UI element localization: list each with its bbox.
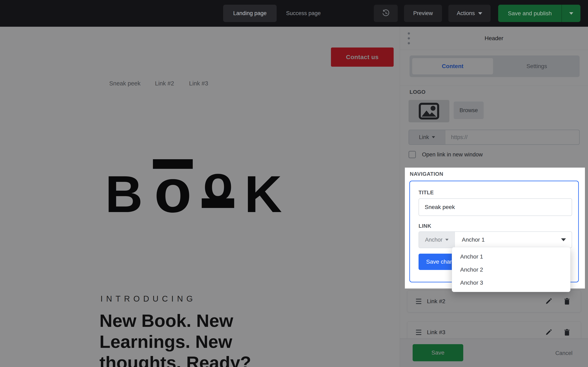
tab-success-page[interactable]: Success page <box>277 5 330 22</box>
anchor-type-dropdown[interactable]: Anchor <box>419 232 455 248</box>
link-field-label: LINK <box>419 223 432 229</box>
chevron-down-icon <box>478 12 482 15</box>
anchor-type-label: Anchor <box>425 237 443 243</box>
navigation-section-label: NAVIGATION <box>410 171 443 177</box>
title-input[interactable] <box>419 198 572 216</box>
chevron-down-icon <box>569 12 573 15</box>
history-button[interactable] <box>374 5 398 22</box>
actions-button[interactable]: Actions <box>448 5 491 22</box>
chevron-down-icon <box>445 239 449 241</box>
tab-landing-page-label: Landing page <box>233 10 267 17</box>
save-and-publish-label: Save and publish <box>508 10 552 17</box>
anchor-option-3[interactable]: Anchor 3 <box>452 276 570 289</box>
anchor-option-2[interactable]: Anchor 2 <box>452 263 570 276</box>
top-toolbar: Landing page Success page Preview Action… <box>0 0 588 27</box>
anchor-option-1[interactable]: Anchor 1 <box>452 250 570 263</box>
save-and-publish-split-button: Save and publish <box>498 5 580 22</box>
history-icon <box>381 9 390 18</box>
save-and-publish-button[interactable]: Save and publish <box>498 5 562 22</box>
link-target-control: Anchor Anchor 1 <box>419 231 572 248</box>
tab-success-page-label: Success page <box>286 10 321 17</box>
anchor-options-dropdown: Anchor 1 Anchor 2 Anchor 3 <box>452 247 571 292</box>
editor-window: Landing page Success page Preview Action… <box>0 0 588 367</box>
chevron-down-icon <box>561 238 566 241</box>
preview-button[interactable]: Preview <box>404 5 442 22</box>
actions-button-label: Actions <box>457 10 475 17</box>
save-and-publish-menu-button[interactable] <box>562 5 580 22</box>
tab-landing-page[interactable]: Landing page <box>223 5 277 22</box>
preview-button-label: Preview <box>413 10 433 17</box>
anchor-select-value: Anchor 1 <box>462 231 485 248</box>
title-field-label: TITLE <box>419 189 434 196</box>
